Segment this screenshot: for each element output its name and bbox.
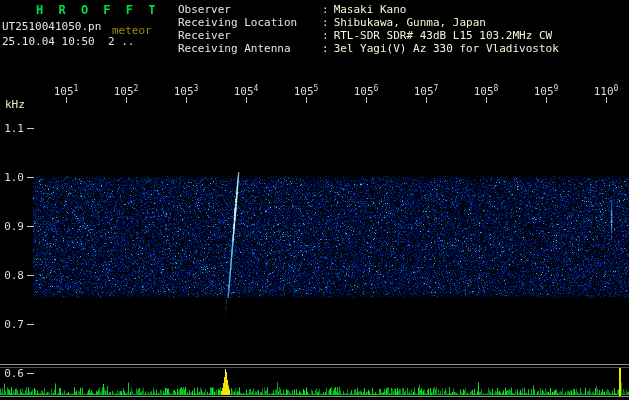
filename-label: UT2510041050.pn: [2, 20, 101, 33]
y-tick-label: 0.6: [0, 367, 24, 380]
x-tick-mark: [366, 97, 367, 103]
app-title: H R O F F T: [36, 3, 159, 17]
info-value: 3el Yagi(V) Az 330 for Vladivostok: [334, 42, 559, 55]
y-tick-label: 0.7: [0, 318, 24, 331]
y-tick-label: 0.8: [0, 269, 24, 282]
x-tick-label: 1052: [108, 84, 144, 98]
x-tick-mark: [66, 97, 67, 103]
y-tick-mark: [27, 373, 34, 374]
info-row: Receiving Antenna:3el Yagi(V) Az 330 for…: [178, 42, 559, 55]
x-tick-label: 1055: [288, 84, 324, 98]
x-tick-label: 1059: [528, 84, 564, 98]
info-separator: :: [322, 42, 334, 55]
datetime-label: 25.10.04 10:50 2 ..: [2, 35, 134, 48]
info-row: Receiving Location:Shibukawa, Gunma, Jap…: [178, 16, 486, 29]
x-tick-label: 1056: [348, 84, 384, 98]
x-tick-base: 105: [234, 85, 254, 98]
x-tick-base: 105: [474, 85, 494, 98]
x-tick-sup: 3: [194, 84, 199, 93]
x-tick-mark: [186, 97, 187, 103]
info-label: Receiving Antenna: [178, 42, 322, 55]
x-tick-label: 1058: [468, 84, 504, 98]
power-strip-top-line: [0, 364, 629, 365]
x-tick-mark: [606, 97, 607, 103]
x-tick-label: 1057: [408, 84, 444, 98]
info-value: RTL-SDR SDR# 43dB L15 103.2MHz CW: [334, 29, 553, 42]
x-tick-mark: [486, 97, 487, 103]
x-tick-sup: 1: [74, 84, 79, 93]
power-strip-bottom-line: [0, 396, 629, 397]
x-tick-mark: [426, 97, 427, 103]
x-tick-sup: 2: [134, 84, 139, 93]
y-tick-label: 0.9: [0, 220, 24, 233]
power-strip-inner-line: [0, 367, 629, 368]
x-tick-mark: [246, 97, 247, 103]
x-tick-base: 105: [354, 85, 374, 98]
y-tick-mark: [27, 177, 34, 178]
y-axis-unit-label: kHz: [5, 98, 25, 111]
x-tick-base: 105: [414, 85, 434, 98]
info-separator: :: [322, 3, 334, 16]
info-separator: :: [322, 16, 334, 29]
hrofft-screen: H R O F F T UT2510041050.pn meteor 25.10…: [0, 0, 629, 400]
x-tick-sup: 6: [374, 84, 379, 93]
info-row: Observer:Masaki Kano: [178, 3, 406, 16]
x-tick-base: 105: [54, 85, 74, 98]
info-value: Shibukawa, Gunma, Japan: [334, 16, 486, 29]
x-tick-base: 110: [594, 85, 614, 98]
y-tick-mark: [27, 275, 34, 276]
x-tick-base: 105: [294, 85, 314, 98]
info-value: Masaki Kano: [334, 3, 407, 16]
x-tick-label: 1051: [48, 84, 84, 98]
x-tick-sup: 8: [494, 84, 499, 93]
x-tick-mark: [546, 97, 547, 103]
x-tick-base: 105: [174, 85, 194, 98]
x-tick-mark: [306, 97, 307, 103]
info-row: Receiver:RTL-SDR SDR# 43dB L15 103.2MHz …: [178, 29, 552, 42]
x-tick-mark: [126, 97, 127, 103]
x-tick-sup: 9: [554, 84, 559, 93]
y-tick-label: 1.0: [0, 171, 24, 184]
x-tick-label: 1054: [228, 84, 264, 98]
y-tick-mark: [27, 226, 34, 227]
y-tick-mark: [27, 324, 34, 325]
x-tick-sup: 4: [254, 84, 259, 93]
y-tick-mark: [27, 128, 34, 129]
y-tick-label: 1.1: [0, 122, 24, 135]
x-tick-sup: 7: [434, 84, 439, 93]
info-label: Receiver: [178, 29, 322, 42]
x-tick-base: 105: [534, 85, 554, 98]
x-tick-sup: 0: [614, 84, 619, 93]
x-tick-sup: 5: [314, 84, 319, 93]
spectrogram-canvas: [0, 0, 629, 400]
info-label: Receiving Location: [178, 16, 322, 29]
x-tick-label: 1100: [588, 84, 624, 98]
info-separator: :: [322, 29, 334, 42]
info-label: Observer: [178, 3, 322, 16]
x-tick-label: 1053: [168, 84, 204, 98]
x-tick-base: 105: [114, 85, 134, 98]
